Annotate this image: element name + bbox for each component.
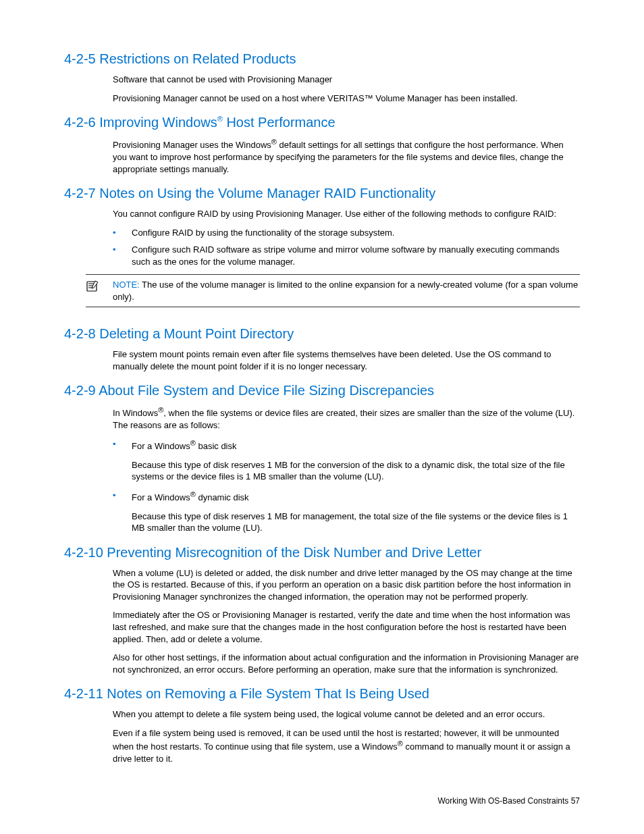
paragraph: When you attempt to delete a file system… <box>113 708 580 721</box>
heading-text: 4-2-6 Improving Windows <box>64 115 217 130</box>
paragraph: Provisioning Manager uses the Windows® d… <box>113 137 580 175</box>
registered-symbol: ® <box>271 138 277 146</box>
registered-symbol: ® <box>190 439 196 447</box>
heading-4-2-11: 4-2-11 Notes on Removing a File System T… <box>64 686 580 702</box>
paragraph: Even if a file system being used is remo… <box>113 727 580 765</box>
bullet-icon: • <box>113 227 132 239</box>
list-item: • Configure such RAID software as stripe… <box>113 244 580 267</box>
text: For a Windows <box>132 441 190 451</box>
note-body: The use of the volume manager is limited… <box>113 280 578 302</box>
bullet-icon: • <box>113 490 132 504</box>
heading-text: Host Performance <box>223 115 336 130</box>
list-item: • For a Windows® basic disk <box>113 438 580 452</box>
bullet-list: • For a Windows® dynamic disk <box>113 490 580 504</box>
note-label: NOTE: <box>113 280 142 290</box>
list-item-text: For a Windows® dynamic disk <box>132 490 580 504</box>
list-item-description: Because this type of disk reserves 1 MB … <box>132 459 580 483</box>
heading-4-2-7: 4-2-7 Notes on Using the Volume Manager … <box>64 186 580 201</box>
registered-symbol: ® <box>217 115 223 123</box>
bullet-list: • Configure RAID by using the functional… <box>113 227 580 268</box>
note-block: NOTE: The use of the volume manager is l… <box>86 274 580 307</box>
paragraph: File system mount points remain even aft… <box>113 348 580 372</box>
paragraph: Also for other host settings, if the inf… <box>113 652 580 675</box>
paragraph: When a volume (LU) is deleted or added, … <box>113 567 580 603</box>
heading-4-2-9: 4-2-9 About File System and Device File … <box>64 383 580 398</box>
text: , when the file systems or device files … <box>113 409 574 431</box>
bullet-icon: • <box>113 244 132 267</box>
text: For a Windows <box>132 492 190 502</box>
text: In Windows <box>113 409 158 419</box>
heading-4-2-8: 4-2-8 Deleting a Mount Point Directory <box>64 326 580 342</box>
bullet-list: • For a Windows® basic disk <box>113 438 580 452</box>
note-icon <box>86 279 113 303</box>
list-item-description: Because this type of disk reserves 1 MB … <box>132 511 580 534</box>
paragraph: Software that cannot be used with Provis… <box>113 74 580 86</box>
list-item-text: For a Windows® basic disk <box>132 438 580 452</box>
paragraph: Immediately after the OS or Provisioning… <box>113 609 580 645</box>
list-item-text: Configure RAID by using the functionalit… <box>132 227 580 239</box>
heading-4-2-10: 4-2-10 Preventing Misrecognition of the … <box>64 545 580 561</box>
text: Provisioning Manager uses the Windows <box>113 140 271 150</box>
list-item: • Configure RAID by using the functional… <box>113 227 580 239</box>
text: basic disk <box>196 441 237 451</box>
paragraph: In Windows®, when the file systems or de… <box>113 405 580 431</box>
note-text: NOTE: The use of the volume manager is l… <box>113 279 580 303</box>
registered-symbol: ® <box>190 490 196 498</box>
bullet-icon: • <box>113 438 132 452</box>
heading-4-2-6: 4-2-6 Improving Windows® Host Performanc… <box>64 115 580 130</box>
registered-symbol: ® <box>398 739 403 748</box>
list-item-text: Configure such RAID software as stripe v… <box>132 244 580 267</box>
list-item: • For a Windows® dynamic disk <box>113 490 580 504</box>
paragraph: You cannot configure RAID by using Provi… <box>113 208 580 220</box>
page-footer: Working With OS-Based Constraints 57 <box>437 796 580 806</box>
text: dynamic disk <box>196 492 249 502</box>
paragraph: Provisioning Manager cannot be used on a… <box>113 93 580 105</box>
heading-4-2-5: 4-2-5 Restrictions on Related Products <box>64 51 580 67</box>
